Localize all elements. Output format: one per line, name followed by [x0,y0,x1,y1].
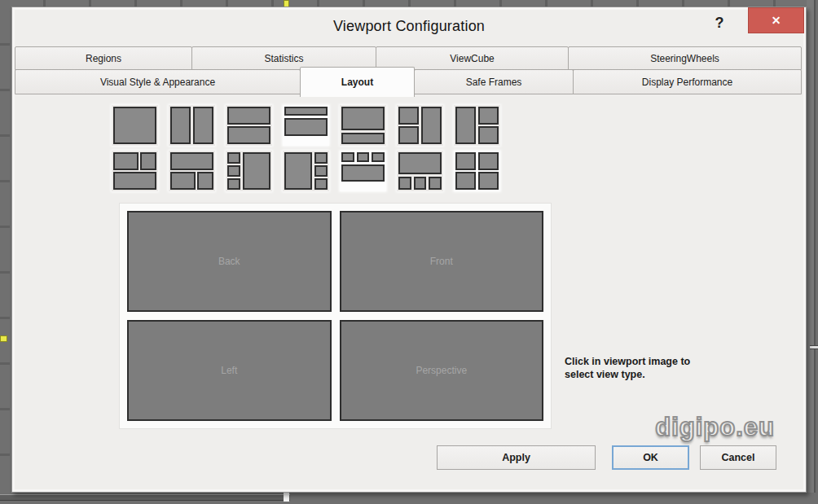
layout-thumbnails [112,105,511,196]
viewport-perspective[interactable]: Perspective [340,320,544,421]
thumb-pane [398,107,419,125]
viewport-left[interactable]: Left [127,320,332,421]
thumb-pane [113,107,156,144]
desktop-background-right [807,0,818,504]
layout-thumb-art [398,152,442,190]
thumb-pane [170,152,213,170]
layout-thumb-two-horizontal[interactable] [226,105,272,146]
thumb-pane [398,177,411,190]
thumb-pane [170,107,191,144]
watermark-text: digipo.eu [655,413,775,442]
close-icon: ✕ [772,14,781,27]
thumb-pane [478,152,499,170]
thumb-pane [314,152,328,164]
thumb-pane [455,107,476,144]
layout-thumb-grid-2x2[interactable] [454,151,500,191]
viewport-hint-text: Click in viewport image to select view t… [565,355,701,382]
layout-thumb-left-large-right-three[interactable] [283,151,329,191]
thumb-pane [113,172,156,190]
title-bar: Viewport Configuration ? ✕ [12,7,806,45]
help-icon[interactable]: ? [710,12,729,33]
thumb-pane [341,133,385,144]
layout-thumb-top-large-bottom-small[interactable] [340,105,386,146]
layout-thumb-art [341,152,385,182]
layout-thumb-art [284,152,328,190]
tab-layout[interactable]: Layout [300,67,415,97]
thumb-pane [227,126,270,144]
timeline-marker-right [810,345,818,349]
layout-thumb-top-small-bottom-large[interactable] [283,105,329,146]
layout-thumb-row-1 [112,105,511,146]
apply-button[interactable]: Apply [437,445,596,470]
thumb-pane [341,107,385,130]
thumb-pane [284,107,328,116]
viewport-front[interactable]: Front [340,211,544,312]
thumb-pane [429,177,442,190]
thumb-pane [284,152,312,190]
dialog-title: Viewport Configuration [12,18,806,35]
thumb-pane [414,177,427,190]
tab-row-2: Visual Style & Appearance Layout Safe Fr… [15,69,803,94]
thumb-pane [140,152,156,170]
thumb-pane [314,178,328,190]
layout-thumb-art [227,107,270,144]
timeline-marker-left [0,335,7,342]
thumb-pane [421,107,442,144]
layout-thumb-top-split-bottom-full[interactable] [112,151,158,191]
layout-thumb-art [170,107,213,144]
layout-thumb-row-2 [112,151,511,191]
timeline-marker-bottom [284,493,289,502]
thumb-pane [398,126,419,144]
thumb-pane [197,172,213,190]
tab-steeringwheels[interactable]: SteeringWheels [568,46,802,70]
thumb-pane [372,152,385,162]
layout-thumb-art [170,152,213,190]
layout-thumb-left-three-right-large[interactable] [226,151,272,191]
thumb-pane [193,107,213,144]
layout-thumb-top-large-bottom-three[interactable] [397,151,443,191]
thumb-pane [284,118,328,136]
thumb-pane [227,165,240,177]
thumb-pane [455,152,476,170]
ok-button[interactable]: OK [612,445,689,470]
layout-thumb-top-full-bottom-split[interactable] [169,151,215,191]
thumb-pane [314,165,328,177]
thumb-pane [243,152,270,190]
close-button[interactable]: ✕ [748,7,804,33]
thumb-pane [398,152,442,174]
layout-thumb-art [113,152,156,190]
layout-thumb-art [341,107,385,144]
thumb-pane [478,107,499,125]
viewport-configuration-dialog: Viewport Configuration ? ✕ Regions Stati… [11,7,807,493]
tab-regions[interactable]: Regions [15,46,192,70]
viewport-back[interactable]: Back [127,211,332,312]
layout-thumb-art [455,107,499,144]
layout-thumb-two-vertical[interactable] [169,105,215,146]
layout-thumb-single[interactable] [112,105,158,146]
tab-safe-frames[interactable]: Safe Frames [414,69,574,94]
tab-display-performance[interactable]: Display Performance [573,69,802,94]
thumb-pane [478,126,499,144]
thumb-pane [227,152,240,164]
layout-thumb-art [227,152,270,190]
thumb-pane [341,164,385,182]
layout-thumb-left-full-right-split[interactable] [454,105,500,146]
layout-thumb-left-split-right-full[interactable] [397,105,443,146]
timeline-slider-bar [0,494,290,501]
thumb-pane [227,107,270,125]
desktop-background-left [0,0,10,504]
thumb-pane [478,172,499,190]
thumb-pane [113,152,139,170]
viewport-preview-panel: Back Front Left Perspective [119,203,552,429]
thumb-pane [227,178,240,190]
tab-visual-style-appearance[interactable]: Visual Style & Appearance [15,69,301,94]
layout-thumb-art [284,107,328,136]
layout-thumb-art [398,107,442,144]
layout-thumb-art [113,107,156,144]
thumb-pane [341,152,354,162]
thumb-pane [455,172,476,190]
layout-thumb-art [455,152,499,190]
layout-thumb-top-three-bottom-large[interactable] [340,151,386,191]
thumb-pane [357,152,370,162]
cancel-button[interactable]: Cancel [700,445,776,470]
